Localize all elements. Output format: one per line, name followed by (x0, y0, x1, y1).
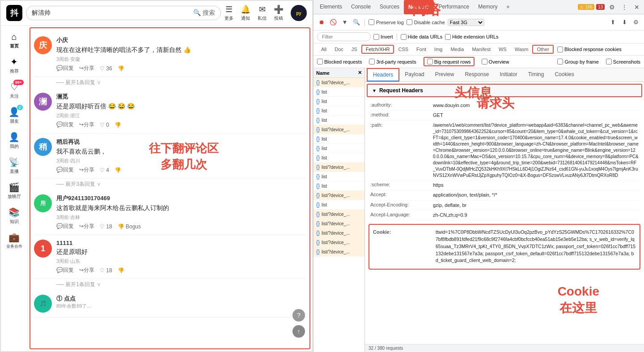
request-item[interactable]: {} list (314, 134, 364, 144)
settings-icon[interactable]: ⚙ (606, 2, 617, 13)
sidebar-item-home[interactable]: ⌂ 首页 (1, 29, 27, 52)
close-devtools-icon[interactable]: ✕ (631, 2, 642, 13)
like-btn[interactable]: ♡ 18 (100, 266, 112, 274)
scroll-up-button[interactable]: ↑ (292, 325, 305, 338)
overview-label[interactable]: Overview (482, 59, 509, 64)
blocked-response-cookies-checkbox[interactable] (557, 47, 563, 52)
dislike-btn[interactable]: 👎 Bogus (118, 223, 141, 230)
request-item[interactable]: {} list (314, 116, 364, 125)
reply-btn[interactable]: 💬回复 (56, 64, 74, 72)
dislike-btn[interactable]: 👎 (118, 266, 124, 274)
tab-headers[interactable]: Headers (367, 68, 399, 82)
filter-input[interactable] (317, 32, 371, 41)
tab-elements[interactable]: Elements (315, 0, 347, 14)
type-media[interactable]: Media (446, 45, 468, 53)
disable-cache-checkbox[interactable] (407, 19, 412, 25)
invert-label[interactable]: Invert (373, 34, 393, 40)
hide-data-urls-checkbox[interactable] (401, 34, 407, 40)
request-headers-section[interactable]: ▼ Request Headers (367, 84, 642, 97)
top-icon-notify[interactable]: 🔔 通知 (241, 4, 250, 21)
request-item[interactable]: {} list (314, 153, 364, 163)
search-network-button[interactable]: 🔍 (352, 18, 361, 27)
request-item[interactable]: {} list/?device_... (314, 191, 364, 200)
expand-replies[interactable]: ── 展开3条回复 ∨ (34, 179, 306, 190)
request-item[interactable]: {} list (314, 106, 364, 116)
record-button[interactable]: ⏺ (317, 18, 326, 27)
request-item[interactable]: {} list/?device_... (314, 247, 364, 257)
search-button[interactable]: 🔍 搜索 (193, 9, 215, 17)
search-input[interactable] (32, 9, 190, 17)
expand-replies[interactable]: ── 展开1条回复 ∨ (34, 279, 306, 290)
screenshots-checkbox[interactable] (606, 59, 612, 64)
help-button[interactable]: ? (292, 309, 305, 322)
sidebar-item-recommend[interactable]: ✦ 推荐 (1, 54, 27, 77)
expand-replies[interactable]: ── 展开1条回复 ∨ (34, 77, 306, 88)
tab-performance[interactable]: Performance (434, 0, 474, 14)
search-bar[interactable]: 🔍 搜索 (26, 6, 221, 20)
tab-cookies[interactable]: Cookies (549, 69, 579, 81)
blocked-response-cookies-label[interactable]: Blocked response cookies (557, 47, 622, 52)
reply-btn[interactable]: 💬回复 (56, 223, 74, 230)
big-request-rows-checkbox[interactable] (427, 59, 433, 64)
sidebar-item-mine[interactable]: 👤 我的 (1, 129, 27, 152)
settings-network-button[interactable]: ⚙ (631, 18, 640, 27)
sidebar-item-friends[interactable]: 👤 朋友 2 (1, 104, 27, 127)
comments-feed[interactable]: 庆 小庆 现在在这样吐字清晰的唱法不多了，清新自然 👍 3周前·安徽 💬回复 ↪… (30, 27, 310, 349)
share-btn[interactable]: ↪分享 (79, 166, 94, 174)
request-item[interactable]: {} list/?device_... (314, 163, 364, 172)
request-item[interactable]: {} list (314, 97, 364, 106)
blocked-requests-checkbox[interactable] (317, 59, 323, 64)
reply-btn[interactable]: 💬回复 (56, 166, 74, 174)
type-all[interactable]: All (317, 45, 330, 53)
dislike-btn[interactable]: 👎 (114, 166, 121, 174)
third-party-label[interactable]: 3rd-party requests (369, 59, 416, 64)
tab-console[interactable]: Console (347, 0, 375, 14)
top-icon-message[interactable]: ✉ 私信 (258, 4, 267, 21)
dislike-btn[interactable]: 👎 (114, 121, 121, 129)
name-column-header[interactable]: Name ✕ (314, 68, 364, 78)
preserve-log-checkbox[interactable] (369, 19, 374, 25)
group-by-frame-checkbox[interactable] (557, 59, 563, 64)
screenshots-label[interactable]: Screenshots (606, 59, 640, 64)
request-item[interactable]: {} list/?device_... (314, 210, 364, 219)
request-item[interactable]: {} list (314, 200, 364, 210)
tab-sources[interactable]: Sources (375, 0, 404, 14)
like-btn[interactable]: ♡ 36 (100, 64, 112, 72)
type-js[interactable]: JS (347, 45, 361, 53)
tab-network[interactable]: Network (404, 0, 434, 14)
like-btn[interactable]: ♡ 18 (100, 223, 112, 230)
request-item[interactable]: {} list/?device_... (314, 125, 364, 134)
type-wasm[interactable]: Wasm (511, 45, 533, 53)
request-item[interactable]: {} list/?device_... (314, 219, 364, 228)
share-btn[interactable]: ↪分享 (79, 64, 94, 72)
request-item[interactable]: {} list/?device_... (314, 238, 364, 247)
invert-checkbox[interactable] (373, 34, 379, 40)
share-btn[interactable]: ↪分享 (79, 266, 94, 274)
request-item[interactable]: {} list/?device_... (314, 228, 364, 238)
big-request-rows-label[interactable]: Big request rows (424, 57, 475, 66)
request-item[interactable]: {} list (314, 181, 364, 191)
sidebar-item-business[interactable]: 💼 业务合作 (1, 229, 27, 252)
sidebar-item-knowledge[interactable]: 📚 知识 (1, 204, 27, 228)
tab-initiator[interactable]: Initiator (494, 69, 522, 81)
share-btn[interactable]: ↪分享 (79, 223, 94, 230)
reply-btn[interactable]: 💬回复 (56, 266, 74, 274)
request-item[interactable]: {} list (314, 144, 364, 153)
hide-ext-urls-checkbox[interactable] (445, 34, 451, 40)
top-icon-post[interactable]: ➕ 投稿 (274, 4, 284, 21)
throttle-select[interactable]: Fast 3G Slow 3G No throttling (448, 19, 484, 26)
overview-checkbox[interactable] (482, 59, 487, 64)
request-item[interactable]: {} list (314, 172, 364, 181)
type-manifest[interactable]: Manifest (468, 45, 495, 53)
type-doc[interactable]: Doc (330, 45, 347, 53)
tab-response[interactable]: Response (459, 69, 494, 81)
sidebar-item-live[interactable]: 📡 直播 (1, 154, 27, 177)
request-item[interactable]: {} list (314, 87, 364, 97)
group-by-frame-label[interactable]: Group by frame (557, 59, 598, 64)
type-ws[interactable]: WS (495, 45, 511, 53)
third-party-checkbox[interactable] (369, 59, 375, 64)
like-btn[interactable]: ♡ 4 (100, 166, 109, 174)
type-font[interactable]: Font (412, 45, 430, 53)
reply-btn[interactable]: 💬回复 (56, 121, 74, 129)
more-options-icon[interactable]: ⋮ (619, 2, 630, 13)
